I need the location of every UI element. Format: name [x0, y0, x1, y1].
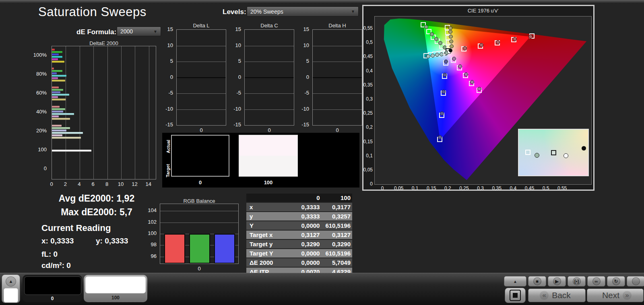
- axis-tick-label: 0,55: [361, 25, 373, 31]
- axis-tick-label: 15: [231, 26, 241, 32]
- delta-c-title: Delta C: [244, 23, 294, 29]
- axis-tick-label: 15: [163, 26, 173, 32]
- table-cell-value: 0,0000: [291, 222, 322, 229]
- measured-circle-marker: [452, 57, 456, 61]
- next-arrow-icon: »: [623, 291, 632, 300]
- axis-tick-label: -10: [163, 106, 173, 112]
- table-row: y0,33330,3257: [246, 212, 352, 221]
- gridline: [80, 46, 80, 179]
- inset-square-marker: [525, 150, 530, 155]
- axis-tick-label: 0,35: [492, 185, 502, 191]
- axis-tick-label: 0,1: [412, 185, 419, 191]
- gridline: [160, 211, 238, 211]
- levels-dropdown[interactable]: 20% Sweeps ▼: [247, 6, 359, 16]
- next-button[interactable]: Next »: [587, 289, 644, 302]
- bar: [52, 89, 63, 91]
- delta-h-title: Delta H: [312, 23, 362, 29]
- deltae-chart-plot: [52, 46, 156, 179]
- continuous-measure-icon: ∞: [592, 277, 601, 285]
- table-header-100: 100: [321, 194, 352, 201]
- table-row-label: x: [246, 204, 291, 210]
- back-button[interactable]: « Back: [528, 289, 586, 302]
- table-cell-value: 0,0000: [291, 259, 322, 266]
- axis-tick-label: 100: [23, 146, 47, 152]
- loop-icon: ↻: [612, 277, 620, 285]
- continuous-measure-button[interactable]: ∞: [587, 276, 605, 286]
- gridline: [313, 93, 362, 94]
- measured-circle-marker: [443, 73, 447, 77]
- delta-l-x-label: 0: [176, 127, 226, 133]
- measured-circle-marker: [464, 72, 468, 76]
- patch-tile-100-label: 100: [84, 295, 147, 301]
- axis-tick-label: 0,2: [361, 124, 373, 130]
- table-row-label: y: [246, 213, 291, 220]
- table-cell-value: 0,3333: [291, 204, 322, 210]
- table-row: Y0,0000610,5196: [246, 221, 352, 230]
- gridline: [149, 46, 149, 179]
- table-row-label: Target Y: [246, 250, 291, 257]
- table-cell-value: 5,7049: [321, 259, 352, 266]
- stop-icon: ■: [533, 277, 541, 285]
- patch-tile-100[interactable]: 100: [84, 275, 147, 302]
- axis-tick-label: 10: [118, 181, 124, 187]
- table-row-label: Target x: [246, 231, 291, 238]
- cie-chart-title: CIE 1976 u'v': [374, 8, 592, 14]
- gridline: [245, 109, 294, 110]
- gridline: [313, 109, 362, 110]
- patch-tile-0-label: 0: [23, 296, 82, 301]
- play-icon: ▶: [553, 277, 561, 285]
- patch-tile-100-swatch: [85, 276, 146, 293]
- back-arrow-icon: «: [540, 291, 549, 300]
- gridline: [107, 46, 108, 179]
- bar: [52, 68, 54, 70]
- play-button[interactable]: ▶: [548, 276, 566, 286]
- bar: [52, 99, 66, 101]
- table-header-row: 0 100: [246, 194, 352, 202]
- rgb-balance-title: RGB Balance: [160, 198, 239, 204]
- de-formula-value: 2000: [120, 28, 133, 35]
- measured-circle-marker: [528, 35, 533, 39]
- axis-tick-label: -5: [163, 90, 173, 96]
- axis-tick-label: -10: [299, 106, 309, 112]
- stop-button[interactable]: ■: [528, 276, 546, 286]
- axis-tick-label: 0,4: [361, 68, 373, 74]
- stop-pattern-button[interactable]: [505, 288, 526, 303]
- axis-tick-label: 0,3: [361, 96, 373, 102]
- bar: [52, 130, 66, 132]
- blank-button[interactable]: [627, 276, 644, 286]
- gridline: [245, 62, 294, 62]
- axis-tick-label: 12: [132, 181, 137, 187]
- patch-tile-0[interactable]: 0: [23, 275, 82, 302]
- axis-tick-label: 0,25: [361, 110, 373, 116]
- patch-tile-0-swatch: [24, 276, 81, 295]
- axis-tick-label: 0: [299, 74, 309, 80]
- chevron-down-icon: ▼: [153, 29, 157, 34]
- meter-panel-expand-button[interactable]: ▲: [504, 276, 526, 286]
- measurement-table: 0 100 x0,33330,3177y0,33330,3257Y0,00006…: [246, 194, 352, 277]
- patch-preview-panel: Actual Target 0 100: [162, 133, 359, 188]
- bar: [52, 91, 60, 93]
- avg-de2000-stat: Avg dE2000: 1,92: [40, 193, 153, 204]
- axis-tick-label: 0,05: [361, 167, 373, 173]
- measured-circle-marker: [513, 37, 517, 41]
- patch-100-actual-half: [239, 136, 297, 156]
- axis-tick-label: 15: [299, 26, 309, 32]
- transport-controls: ■▶[•]∞↻: [528, 276, 644, 286]
- table-cell-value: 0,3127: [321, 231, 352, 238]
- axis-tick-label: 80%: [23, 71, 47, 77]
- single-measure-button[interactable]: [•]: [568, 276, 586, 286]
- patch-list-scroll-button[interactable]: ▲: [2, 274, 20, 303]
- table-row: Target Y0,0000610,5196: [246, 249, 352, 258]
- gridline: [245, 93, 294, 94]
- axis-tick-label: -10: [231, 106, 241, 112]
- measured-circle-marker: [448, 26, 452, 30]
- bar: [52, 150, 91, 152]
- axis-tick-label: 100%: [23, 52, 47, 58]
- axis-tick-label: 8: [105, 181, 108, 187]
- de-formula-dropdown[interactable]: 2000 ▼: [117, 27, 161, 36]
- table-row: ΔE 20000,00005,7049: [246, 258, 352, 267]
- measured-circle-marker: [435, 53, 439, 57]
- loop-button[interactable]: ↻: [607, 276, 625, 286]
- axis-tick-label: 0,55: [557, 185, 567, 191]
- deltae-chart-title: DeltaE 2000: [52, 40, 156, 46]
